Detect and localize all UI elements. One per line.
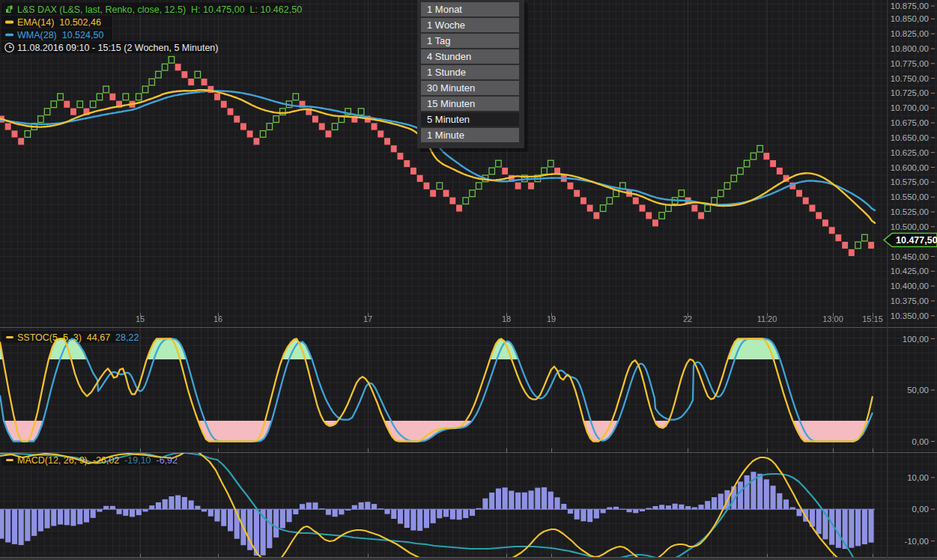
svg-text:10,00: 10,00: [907, 473, 929, 482]
svg-text:100,00: 100,00: [903, 335, 929, 344]
svg-text:1 Tag: 1 Tag: [427, 35, 451, 46]
svg-text:10.825,00: 10.825,00: [891, 29, 929, 38]
svg-text:-10,00: -10,00: [904, 537, 929, 546]
svg-text:MACD(12, 26, 9) -26,02 -19,1: MACD(12, 26, 9) -26,02 -19,10 -6,92: [17, 455, 178, 466]
svg-text:10.700,00: 10.700,00: [891, 103, 929, 112]
svg-text:5 Minuten: 5 Minuten: [427, 114, 470, 125]
svg-text:WMA(28) 10.524,50: WMA(28) 10.524,50: [17, 30, 103, 40]
svg-text:15 Minuten: 15 Minuten: [427, 98, 475, 109]
svg-text:10.500,00: 10.500,00: [891, 222, 929, 231]
svg-text:10.375,00: 10.375,00: [891, 296, 929, 305]
svg-text:10.550,00: 10.550,00: [891, 192, 929, 201]
svg-text:10.625,00: 10.625,00: [891, 148, 929, 157]
svg-text:4 Stunden: 4 Stunden: [427, 51, 471, 62]
svg-text:1 Minute: 1 Minute: [427, 130, 464, 141]
svg-text:10.750,00: 10.750,00: [891, 74, 929, 83]
svg-text:10.775,00: 10.775,00: [891, 59, 929, 68]
svg-text:10.725,00: 10.725,00: [891, 88, 929, 97]
svg-text:10.650,00: 10.650,00: [891, 133, 929, 142]
svg-text:10.850,00: 10.850,00: [891, 14, 929, 23]
svg-text:SSTOC(5, 5, 3) 44,67 28,22: SSTOC(5, 5, 3) 44,67 28,22: [17, 332, 139, 343]
svg-text:L&S DAX (L&S, last, Renko, clo: L&S DAX (L&S, last, Renko, close, 12.5) …: [17, 4, 302, 15]
svg-text:10.875,00: 10.875,00: [891, 1, 929, 10]
svg-text:0,00: 0,00: [912, 505, 929, 514]
svg-text:10.400,00: 10.400,00: [891, 281, 929, 290]
svg-text:1 Monat: 1 Monat: [427, 4, 462, 15]
svg-text:1 Woche: 1 Woche: [427, 19, 465, 31]
svg-text:30 Minuten: 30 Minuten: [427, 82, 475, 94]
svg-text:10.450,00: 10.450,00: [891, 252, 929, 261]
svg-text:0,00: 0,00: [912, 437, 929, 446]
svg-text:10.350,00: 10.350,00: [891, 311, 929, 320]
svg-text:10.525,00: 10.525,00: [891, 207, 929, 216]
svg-text:10.800,00: 10.800,00: [891, 44, 929, 53]
svg-text:10.575,00: 10.575,00: [891, 177, 929, 186]
svg-text:10.425,00: 10.425,00: [891, 267, 929, 276]
svg-text:10.477,50: 10.477,50: [896, 235, 937, 246]
svg-text:50,00: 50,00: [907, 386, 929, 395]
svg-text:EMA(14) 10.502,46: EMA(14) 10.502,46: [17, 17, 101, 28]
svg-text:10.600,00: 10.600,00: [891, 163, 929, 172]
svg-text:10.675,00: 10.675,00: [891, 118, 929, 127]
svg-text:11.08.2016 09:10 - 15:15 (2 Wo: 11.08.2016 09:10 - 15:15 (2 Wochen, 5 Mi…: [17, 43, 218, 53]
svg-text:1 Stunde: 1 Stunde: [427, 67, 466, 78]
